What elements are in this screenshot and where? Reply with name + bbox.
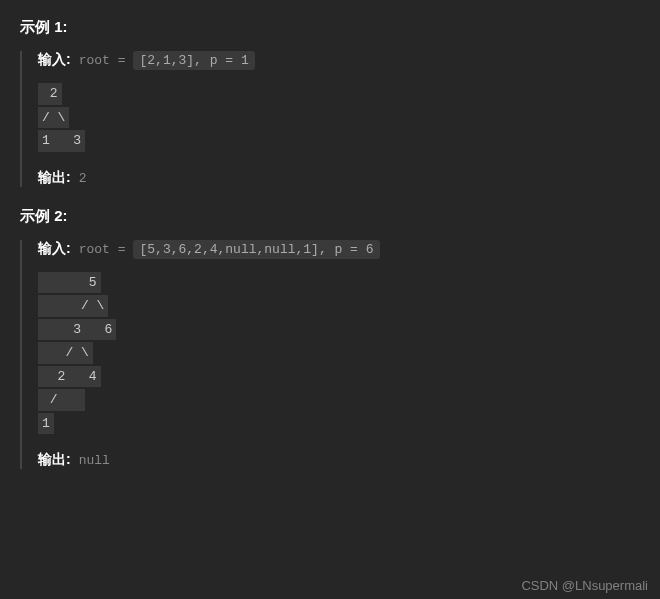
output-value: 2 xyxy=(79,171,87,186)
example-1-block: 输入: root = [2,1,3], p = 1 2 / \ 1 3 输出: … xyxy=(20,51,640,187)
input-prefix: root = xyxy=(79,242,126,257)
tree-line: 5 xyxy=(38,272,101,294)
tree-line: 2 xyxy=(38,83,62,105)
input-label: 输入: xyxy=(38,240,71,258)
tree-line: / xyxy=(38,389,85,411)
input-prefix: root = xyxy=(79,53,126,68)
output-value: null xyxy=(79,453,110,468)
tree-line: 1 xyxy=(38,413,54,435)
watermark: CSDN @LNsupermali xyxy=(521,578,648,593)
example-2-tree: 5 / \ 3 6 / \ 2 4 / 1 xyxy=(38,271,640,436)
example-2-block: 输入: root = [5,3,6,2,4,null,null,1], p = … xyxy=(20,240,640,470)
tree-line: 2 4 xyxy=(38,366,101,388)
example-2-output-line: 输出: null xyxy=(38,451,640,469)
output-label: 输出: xyxy=(38,451,71,469)
input-label: 输入: xyxy=(38,51,71,69)
tree-line: 1 3 xyxy=(38,130,85,152)
example-2-input-line: 输入: root = [5,3,6,2,4,null,null,1], p = … xyxy=(38,240,640,259)
example-2: 示例 2: 输入: root = [5,3,6,2,4,null,null,1]… xyxy=(20,207,640,470)
example-1: 示例 1: 输入: root = [2,1,3], p = 1 2 / \ 1 … xyxy=(20,18,640,187)
example-1-heading: 示例 1: xyxy=(20,18,640,37)
input-code: [2,1,3], p = 1 xyxy=(133,51,254,70)
tree-line: / \ xyxy=(38,295,108,317)
example-1-input-line: 输入: root = [2,1,3], p = 1 xyxy=(38,51,640,70)
tree-line: / \ xyxy=(38,107,69,129)
tree-line: 3 6 xyxy=(38,319,116,341)
output-label: 输出: xyxy=(38,169,71,187)
tree-line: / \ xyxy=(38,342,93,364)
example-2-heading: 示例 2: xyxy=(20,207,640,226)
input-code: [5,3,6,2,4,null,null,1], p = 6 xyxy=(133,240,379,259)
example-1-tree: 2 / \ 1 3 xyxy=(38,82,640,153)
example-1-output-line: 输出: 2 xyxy=(38,169,640,187)
